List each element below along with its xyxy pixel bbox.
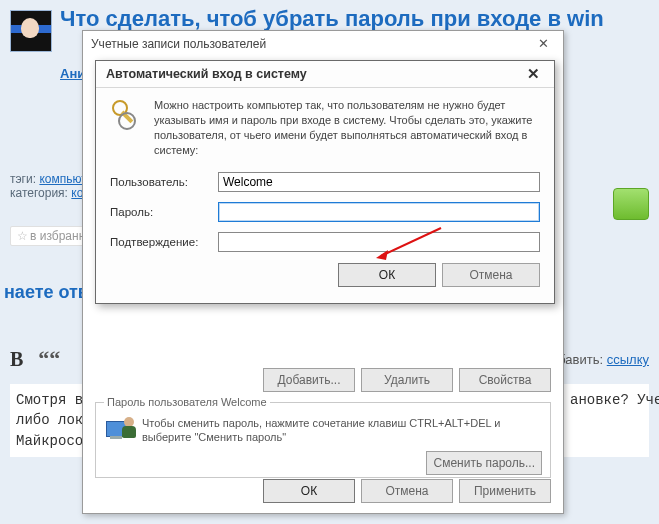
tags-label: тэги: [10, 172, 36, 186]
auto-logon-dialog: Автоматический вход в систему ✕ Можно на… [95, 60, 555, 304]
close-icon[interactable]: ✕ [527, 35, 559, 53]
delete-user-button[interactable]: Удалить [361, 368, 453, 392]
password-groupbox-legend: Пароль пользователя Welcome [104, 396, 270, 408]
answer-body-tail: ановке? Учетна [570, 390, 659, 410]
keys-icon [110, 98, 144, 132]
child-title: Автоматический вход в систему [106, 67, 307, 81]
user-computer-icon [104, 415, 134, 445]
auto-logon-description: Можно настроить компьютер так, что польз… [154, 98, 540, 157]
confirm-input[interactable] [218, 232, 540, 252]
auto-logon-form: Пользователь: Пароль: Подтверждение: [110, 169, 540, 255]
parent-dialog-buttons: ОК Отмена Применить [263, 479, 551, 503]
change-password-button[interactable]: Сменить пароль... [426, 451, 542, 475]
user-properties-button[interactable]: Свойства [459, 368, 551, 392]
avatar[interactable] [10, 10, 52, 52]
user-list-buttons: Добавить... Удалить Свойства [263, 368, 551, 392]
child-ok-button[interactable]: ОК [338, 263, 436, 287]
parent-apply-button[interactable]: Применить [459, 479, 551, 503]
bold-button[interactable]: B [10, 348, 23, 370]
password-groupbox: Пароль пользователя Welcome Чтобы сменит… [95, 402, 551, 478]
page-root: Что сделать, чтоб убрать пароль при вход… [0, 0, 659, 524]
password-input[interactable] [218, 202, 540, 222]
star-icon: ☆ [17, 229, 28, 243]
child-dialog-buttons: ОК Отмена [110, 263, 540, 287]
editor-toolbar: B ““ [10, 346, 60, 372]
parent-ok-button[interactable]: ОК [263, 479, 355, 503]
add-user-button[interactable]: Добавить... [263, 368, 355, 392]
parent-titlebar[interactable]: Учетные записи пользователей ✕ [83, 31, 563, 56]
category-label: категория: [10, 186, 68, 200]
quote-button[interactable]: ““ [38, 346, 60, 371]
child-titlebar[interactable]: Автоматический вход в систему ✕ [96, 61, 554, 88]
password-label: Пароль: [110, 206, 218, 218]
child-cancel-button[interactable]: Отмена [442, 263, 540, 287]
confirm-label: Подтверждение: [110, 236, 218, 248]
vote-up-button[interactable] [613, 188, 649, 220]
password-hint: Чтобы сменить пароль, нажмите сочетание … [142, 416, 542, 445]
parent-title: Учетные записи пользователей [91, 37, 266, 51]
user-label: Пользователь: [110, 176, 218, 188]
close-icon[interactable]: ✕ [514, 63, 552, 85]
question-title: Что сделать, чтоб убрать пароль при вход… [60, 6, 604, 32]
parent-cancel-button[interactable]: Отмена [361, 479, 453, 503]
add-link-link[interactable]: ссылку [607, 352, 649, 367]
user-input[interactable] [218, 172, 540, 192]
